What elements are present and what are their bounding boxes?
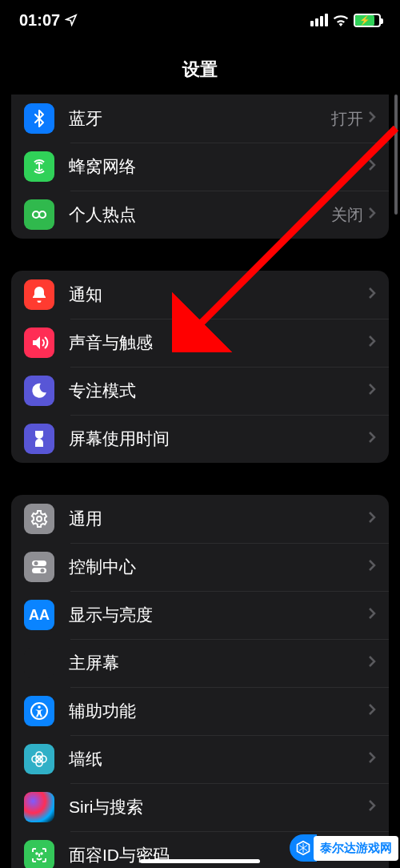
row-label: 蓝牙 (69, 107, 331, 130)
wallpaper-icon (24, 744, 54, 774)
chevron-right-icon (368, 607, 376, 623)
row-bluetooth[interactable]: 蓝牙 打开 (11, 94, 389, 143)
row-label: 辅助功能 (69, 700, 368, 722)
svg-point-1 (39, 211, 46, 218)
row-cellular[interactable]: 蜂窝网络 (11, 143, 389, 191)
focus-icon (24, 376, 54, 406)
row-general[interactable]: 通用 (11, 495, 389, 543)
row-label: 墙纸 (69, 748, 368, 770)
settings-list: 蓝牙 打开 蜂窝网络 个人热点 关闭 (0, 91, 400, 868)
row-detail: 关闭 (331, 204, 363, 226)
watermark: 泰尔达游戏网 (290, 834, 398, 862)
chevron-right-icon (368, 559, 376, 575)
battery-icon: ⚡ (354, 14, 381, 27)
controlcenter-icon (24, 552, 54, 582)
home-indicator[interactable] (140, 859, 260, 863)
row-focus[interactable]: 专注模式 (11, 367, 389, 415)
chevron-right-icon (368, 111, 376, 127)
row-label: 屏幕使用时间 (69, 428, 368, 450)
general-icon (24, 504, 54, 534)
chevron-right-icon (368, 159, 376, 175)
notifications-icon (24, 279, 54, 310)
hotspot-icon (24, 199, 54, 230)
row-label: 控制中心 (69, 556, 368, 578)
svg-point-13 (40, 756, 46, 762)
row-controlcenter[interactable]: 控制中心 (11, 543, 389, 591)
row-label: 通用 (69, 508, 368, 530)
page-title: 设置 (182, 58, 218, 82)
display-icon: AA (24, 600, 54, 630)
cellular-icon (24, 151, 54, 182)
cellular-signal-icon (310, 14, 328, 26)
row-wallpaper[interactable]: 墙纸 (11, 735, 389, 783)
chevron-right-icon (368, 383, 376, 399)
chevron-right-icon (368, 287, 376, 303)
svg-point-0 (33, 211, 39, 218)
row-siri[interactable]: Siri与搜索 (11, 783, 389, 831)
wifi-icon (333, 14, 349, 26)
svg-point-15 (41, 853, 42, 854)
status-bar: 01:07 ⚡ (0, 0, 400, 40)
svg-point-11 (36, 760, 42, 766)
row-label: 专注模式 (69, 380, 368, 402)
row-sounds[interactable]: 声音与触感 (11, 319, 389, 367)
chevron-right-icon (368, 511, 376, 527)
svg-point-5 (34, 561, 38, 565)
row-homescreen[interactable]: 主屏幕 (11, 639, 389, 687)
screentime-icon (24, 424, 54, 454)
row-label: 声音与触感 (69, 332, 368, 354)
sounds-icon (24, 328, 54, 358)
chevron-right-icon (368, 207, 376, 223)
row-label: 通知 (69, 283, 368, 306)
chevron-right-icon (368, 703, 376, 719)
watermark-logo-icon (290, 834, 317, 862)
chevron-right-icon (368, 431, 376, 447)
row-label: 显示与亮度 (69, 604, 368, 626)
row-notifications[interactable]: 通知 (11, 271, 389, 319)
row-label: Siri与搜索 (69, 796, 368, 818)
settings-group-notifications: 通知 声音与触感 专注模式 屏幕使用时间 (11, 271, 389, 463)
row-detail: 打开 (331, 108, 363, 130)
row-label: 个人热点 (69, 203, 331, 226)
row-accessibility[interactable]: 辅助功能 (11, 687, 389, 735)
status-time: 01:07 (19, 11, 60, 30)
chevron-right-icon (368, 335, 376, 351)
accessibility-icon (24, 696, 54, 726)
settings-group-connectivity: 蓝牙 打开 蜂窝网络 个人热点 关闭 (11, 94, 389, 239)
svg-point-10 (36, 752, 42, 758)
row-display[interactable]: AA 显示与亮度 (11, 591, 389, 639)
bluetooth-icon (24, 103, 54, 134)
row-label: 蜂窝网络 (69, 155, 368, 178)
svg-point-8 (38, 705, 41, 709)
svg-point-2 (37, 516, 42, 521)
location-icon (65, 14, 78, 26)
siri-icon (24, 792, 54, 822)
homescreen-icon (24, 648, 54, 678)
chevron-right-icon (368, 655, 376, 671)
row-hotspot[interactable]: 个人热点 关闭 (11, 191, 389, 239)
svg-point-6 (41, 569, 45, 573)
settings-group-general: 通用 控制中心 AA 显示与亮度 (11, 495, 389, 868)
watermark-text: 泰尔达游戏网 (320, 841, 392, 856)
chevron-right-icon (368, 751, 376, 767)
navigation-bar: 设置 (0, 48, 400, 91)
chevron-right-icon (368, 799, 376, 815)
svg-point-12 (32, 756, 38, 762)
svg-point-14 (36, 853, 38, 854)
faceid-icon (24, 840, 54, 868)
row-screentime[interactable]: 屏幕使用时间 (11, 415, 389, 463)
row-label: 主屏幕 (69, 652, 368, 674)
